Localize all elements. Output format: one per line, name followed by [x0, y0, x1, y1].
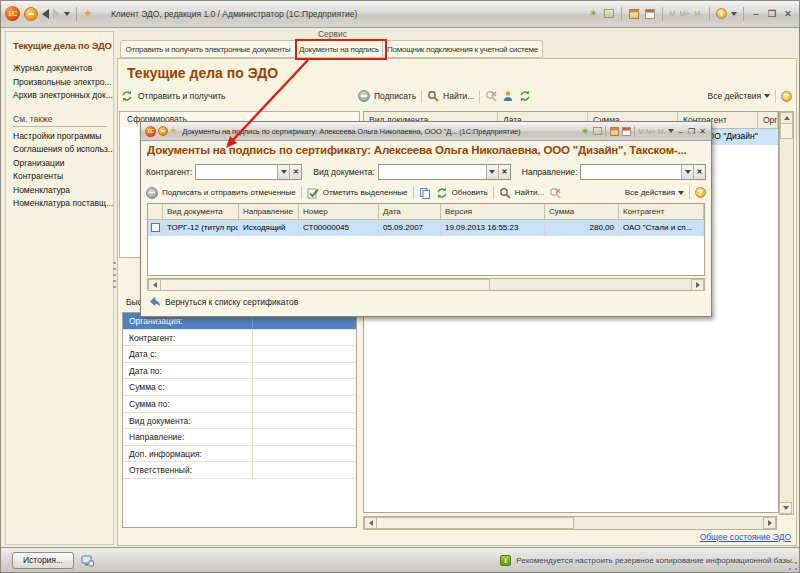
dialog-add-favorite-icon[interactable]: ✶: [580, 126, 590, 136]
dialog-favorites-star-icon[interactable]: ★: [170, 127, 177, 135]
dropdown-icon[interactable]: [486, 165, 498, 179]
tab-send-receive[interactable]: Отправить и получить электронные докумен…: [120, 40, 296, 58]
scroll-thumb[interactable]: [376, 517, 574, 529]
filter-row[interactable]: Дата по:: [123, 363, 356, 380]
filter-row[interactable]: Доп. информация:: [123, 446, 356, 463]
dialog-find-button[interactable]: Найти...: [499, 187, 545, 199]
horizontal-scrollbar[interactable]: [363, 516, 777, 530]
sidebar-item[interactable]: Журнал документов: [13, 62, 113, 76]
clear-search-icon[interactable]: [485, 90, 497, 102]
filter-row[interactable]: Контрагент:: [123, 330, 356, 347]
clear-icon[interactable]: ✕: [498, 165, 510, 179]
user-icon[interactable]: [502, 90, 514, 102]
dialog-table-column-header[interactable]: Направление: [239, 204, 299, 219]
dialog-help-icon[interactable]: ?: [695, 187, 706, 198]
sidebar-item[interactable]: Организации: [13, 157, 113, 171]
sidebar-item[interactable]: Настройки программы: [13, 130, 113, 144]
dialog-memory-mplus[interactable]: M+: [646, 128, 656, 135]
filter-value-cell[interactable]: [253, 413, 356, 429]
back-to-certificates-link[interactable]: Вернуться к списку сертификатов: [149, 296, 298, 307]
info-dropdown-icon[interactable]: [731, 12, 737, 16]
scroll-right-button[interactable]: [691, 279, 704, 291]
dialog-table-column-header[interactable]: Сумма: [545, 204, 619, 219]
sidebar-item[interactable]: Соглашения об использ...: [13, 143, 113, 157]
scroll-right-button[interactable]: [763, 517, 776, 529]
main-table-column-header[interactable]: Организация: [758, 112, 778, 128]
filter-value-cell[interactable]: [253, 330, 356, 346]
dialog-table-column-header[interactable]: Вид документа: [163, 204, 239, 219]
sidebar-item[interactable]: Номенклатура: [13, 184, 113, 198]
filter-value-cell[interactable]: [253, 363, 356, 379]
favorites-star-icon[interactable]: ★: [83, 8, 93, 19]
calculator-icon[interactable]: [628, 8, 640, 20]
add-favorite-icon[interactable]: ✶: [587, 8, 599, 20]
dropdown-icon[interactable]: [681, 165, 693, 179]
info-button[interactable]: i: [716, 8, 727, 19]
resize-grip[interactable]: [788, 561, 798, 571]
dialog-calendar-icon[interactable]: [621, 126, 631, 136]
mark-selected-button[interactable]: Отметить выделенные: [307, 187, 408, 199]
sign-send-button[interactable]: Подписать и отправить отмеченные: [146, 187, 296, 199]
clear-icon[interactable]: ✕: [693, 165, 705, 179]
clear-search-icon[interactable]: [549, 187, 561, 199]
memory-mminus-button[interactable]: M-: [694, 9, 703, 18]
links-icon[interactable]: [603, 8, 615, 20]
back-icon[interactable]: [42, 9, 49, 19]
filter-row[interactable]: Дата с:: [123, 346, 356, 363]
sidebar-item[interactable]: Номенклатура поставщ...: [13, 197, 113, 211]
maximize-button[interactable]: ❒: [766, 8, 778, 19]
forward-icon[interactable]: [53, 9, 60, 19]
filter-value-cell[interactable]: [253, 396, 356, 412]
dialog-menu-button[interactable]: [158, 126, 168, 136]
sign-button[interactable]: Подписать: [358, 90, 416, 102]
send-receive-button[interactable]: Отправить и получить: [121, 88, 225, 104]
find-button[interactable]: Найти...: [427, 90, 474, 102]
dialog-calculator-icon[interactable]: [609, 126, 619, 136]
history-dropdown-icon[interactable]: [64, 12, 70, 16]
doctype-filter-input[interactable]: ✕: [378, 164, 511, 180]
dialog-minimize-button[interactable]: –: [676, 127, 685, 136]
copy-icon[interactable]: [419, 187, 431, 199]
dialog-table-column-header[interactable]: Номер: [299, 204, 379, 219]
filter-value-cell[interactable]: [253, 379, 356, 395]
filter-row[interactable]: Сумма по:: [123, 396, 356, 413]
dialog-table-column-header[interactable]: Дата: [379, 204, 441, 219]
sidebar-item[interactable]: Произвольные электро...: [13, 76, 113, 90]
direction-filter-input[interactable]: ✕: [580, 164, 706, 180]
memory-m-button[interactable]: M: [669, 9, 675, 18]
main-menu-button[interactable]: [24, 7, 38, 21]
tab-connection-assistant[interactable]: Помощник подключения к учетной системе: [382, 40, 543, 58]
scroll-thumb[interactable]: [160, 279, 490, 291]
all-actions-button[interactable]: Все действия: [708, 91, 770, 101]
calendar-icon[interactable]: [644, 8, 656, 20]
dialog-dropdown-icon[interactable]: [668, 129, 674, 133]
close-button[interactable]: ✕: [782, 8, 794, 19]
dialog-horizontal-scrollbar[interactable]: [147, 278, 705, 291]
memory-mplus-button[interactable]: M+: [680, 9, 691, 18]
dialog-maximize-button[interactable]: ❒: [687, 127, 696, 136]
filter-row[interactable]: Вид документа:: [123, 413, 356, 430]
dialog-memory-m[interactable]: M: [638, 128, 644, 135]
sidebar-item[interactable]: Архив электронных док...: [13, 89, 113, 103]
computer-icon-button[interactable]: [76, 552, 98, 569]
dialog-all-actions-button[interactable]: Все действия: [625, 188, 684, 197]
dialog-table-column-header[interactable]: Версия: [441, 204, 545, 219]
splitter-handle[interactable]: [113, 262, 116, 290]
refresh-list-icon[interactable]: [519, 90, 531, 102]
filter-value-cell[interactable]: [253, 462, 356, 478]
filter-value-cell[interactable]: [253, 429, 356, 445]
contractor-filter-input[interactable]: ✕: [195, 164, 302, 180]
filter-row[interactable]: Направление:: [123, 429, 356, 446]
checkbox-column-header[interactable]: [148, 204, 163, 219]
dialog-close-button[interactable]: ✕: [698, 127, 707, 136]
row-checkbox[interactable]: [151, 223, 160, 232]
help-icon[interactable]: ?: [781, 91, 792, 102]
vertical-scrollbar[interactable]: [779, 111, 794, 515]
filter-row[interactable]: Сумма с:: [123, 379, 356, 396]
scroll-down-button[interactable]: [779, 502, 792, 514]
dialog-table-column-header[interactable]: Контрагент: [619, 204, 704, 219]
dialog-table-row[interactable]: ТОРГ-12 (титул прод... Исходящий СТ00000…: [148, 220, 704, 236]
dropdown-icon[interactable]: [277, 165, 289, 179]
minimize-button[interactable]: –: [750, 8, 762, 19]
scroll-thumb[interactable]: [780, 123, 793, 139]
